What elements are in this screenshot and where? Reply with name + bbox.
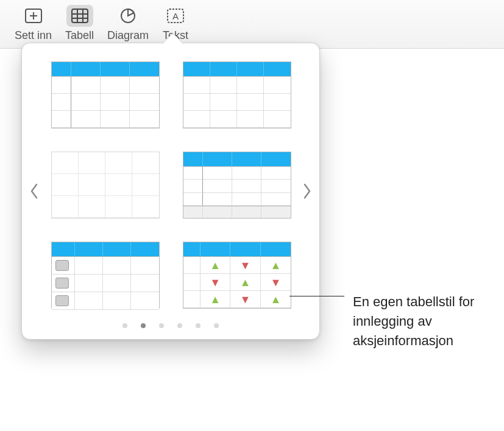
- table-style-header-footer[interactable]: [183, 152, 291, 219]
- table-preview: [183, 61, 291, 128]
- toolbar-item-insert[interactable]: Sett inn: [15, 5, 52, 42]
- page-dot[interactable]: [196, 323, 201, 328]
- table-style-plain-grid[interactable]: [51, 152, 160, 219]
- checkbox-icon: [55, 260, 69, 271]
- table-preview: [51, 61, 160, 128]
- triangle-up-icon: ▲: [261, 257, 291, 274]
- page-dot[interactable]: [122, 323, 127, 328]
- triangle-up-icon: ▲: [201, 291, 230, 308]
- triangle-up-icon: ▲: [201, 257, 230, 274]
- table-style-grid: ▲▼▲ ▼▲▼ ▲▼▲: [51, 61, 290, 309]
- table-style-header-rowcolumn[interactable]: [51, 61, 160, 128]
- toolbar-label: Diagram: [107, 29, 149, 42]
- svg-rect-3: [72, 9, 88, 23]
- popover-panel: ▲▼▲ ▼▲▼ ▲▼▲: [21, 43, 320, 340]
- table-preview: [51, 152, 160, 219]
- triangle-up-icon: ▲: [230, 274, 260, 291]
- insert-icon: [20, 5, 47, 27]
- triangle-down-icon: ▼: [201, 274, 230, 291]
- callout-text: En egen tabellstil for innlegging av aks…: [353, 292, 493, 351]
- page-indicator: [51, 323, 290, 328]
- triangle-down-icon: ▼: [230, 257, 260, 274]
- toolbar-item-table[interactable]: Tabell: [65, 5, 94, 42]
- table-preview: ▲▼▲ ▼▲▼ ▲▼▲: [183, 242, 291, 309]
- callout: En egen tabellstil for innlegging av aks…: [289, 292, 493, 351]
- checkbox-icon: [55, 295, 69, 306]
- triangle-down-icon: ▼: [261, 274, 291, 291]
- table-style-popover: ▲▼▲ ▼▲▼ ▲▼▲: [21, 43, 320, 340]
- text-icon: A: [162, 5, 189, 27]
- toolbar-label: Tabell: [65, 29, 94, 42]
- prev-page-button[interactable]: [26, 173, 43, 209]
- table-style-stocks[interactable]: ▲▼▲ ▼▲▼ ▲▼▲: [183, 242, 291, 309]
- checkbox-icon: [55, 278, 69, 289]
- toolbar-item-chart[interactable]: Diagram: [107, 5, 149, 42]
- triangle-up-icon: ▲: [261, 291, 291, 308]
- next-page-button[interactable]: [299, 173, 316, 209]
- page-dot[interactable]: [141, 323, 146, 328]
- page-dot[interactable]: [177, 323, 182, 328]
- table-icon: [66, 5, 93, 27]
- svg-text:A: A: [172, 11, 179, 21]
- page-dot[interactable]: [214, 323, 219, 328]
- toolbar: Sett inn Tabell Diagram A Tekst: [0, 0, 504, 49]
- callout-leader-line: [289, 296, 344, 296]
- triangle-down-icon: ▼: [230, 291, 260, 308]
- table-style-checklist[interactable]: [51, 242, 160, 309]
- table-style-header-only[interactable]: [183, 61, 291, 128]
- chart-icon: [115, 5, 141, 27]
- table-preview: [51, 242, 160, 309]
- page-dot[interactable]: [159, 323, 164, 328]
- toolbar-label: Sett inn: [15, 29, 52, 42]
- table-preview: [183, 152, 291, 219]
